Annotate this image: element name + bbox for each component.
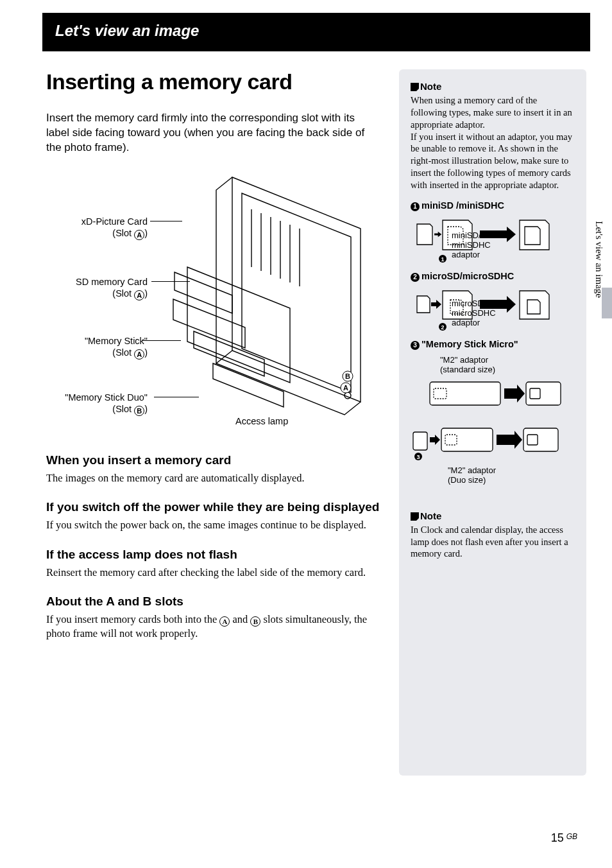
- note-label: Note: [420, 81, 441, 92]
- text-fragment: and: [230, 613, 250, 625]
- page-number-value: 15: [551, 831, 564, 844]
- adaptor-m2-standard-illustration: [411, 377, 565, 412]
- adaptor-title: miniSD /miniSDHC: [421, 200, 504, 211]
- label-text: "Memory Stick": [85, 336, 148, 346]
- slot-letter-a-icon: A: [219, 616, 230, 627]
- label-sd-memory-card: SD memory Card (Slot A): [76, 276, 148, 300]
- adaptor-heading-microsd: 2microSD/microSDHC: [411, 271, 575, 282]
- slot-letter-a-icon: A: [134, 290, 144, 300]
- note-icon: [411, 512, 419, 521]
- adaptor-m2-standard-caption: "M2" adaptor (standard size): [440, 355, 575, 374]
- label-text: ): [144, 404, 148, 414]
- subheading-switch-off: If you switch off the power while they a…: [46, 500, 380, 514]
- label-text: xD-Picture Card: [81, 216, 148, 227]
- subheading-when-insert: When you insert a memory card: [46, 453, 380, 467]
- adaptor-heading-ms-micro: 3"Memory Stick Micro": [411, 339, 575, 350]
- photo-frame-illustration: B A: [155, 171, 370, 428]
- subheading-access-lamp-no-flash: If the access lamp does not flash: [46, 548, 380, 562]
- adaptor-m2-duo-illustration: 3: [411, 422, 565, 460]
- adaptor-heading-minisd: 1miniSD /miniSDHC: [411, 200, 575, 211]
- slot-letter-a-icon: A: [134, 349, 144, 360]
- slot-letter-a-icon: A: [134, 230, 144, 240]
- adaptor-m2-duo-caption: "M2" adaptor (Duo size): [448, 465, 575, 485]
- slot-a-marker: A: [343, 384, 348, 392]
- note-heading-2: Note: [411, 510, 575, 521]
- page: Let's view an image Inserting a memory c…: [0, 0, 612, 868]
- adaptor-title: microSD/microSDHC: [421, 271, 514, 281]
- label-xd-picture-card: xD-Picture Card (Slot A): [81, 216, 148, 240]
- num-circle-icon: 2: [411, 273, 420, 282]
- svg-rect-17: [445, 435, 457, 445]
- label-text: "Memory Stick Duo": [65, 392, 148, 403]
- note-label: Note: [420, 510, 441, 521]
- chapter-title-bar: Let's view an image: [42, 13, 590, 51]
- label-text: ): [144, 228, 148, 238]
- note-body-2: In Clock and calendar display, the acces…: [411, 524, 575, 560]
- caption-num-icon: 2: [441, 324, 444, 331]
- label-memory-stick: "Memory Stick" (Slot A): [85, 335, 148, 360]
- num-circle-icon: 1: [411, 202, 420, 211]
- subheading-a-b-slots: About the A and B slots: [46, 595, 380, 609]
- intro-paragraph: Insert the memory card firmly into the c…: [46, 111, 380, 155]
- page-title: Inserting a memory card: [46, 69, 380, 94]
- sidebar-column: Let's view an image Note When using a me…: [399, 69, 586, 776]
- label-text: (Slot: [112, 228, 134, 238]
- label-memory-stick-duo: "Memory Stick Duo" (Slot B): [65, 392, 148, 416]
- svg-rect-14: [530, 388, 540, 399]
- label-text: (Slot: [112, 347, 134, 358]
- caption-num-icon: 1: [441, 256, 444, 263]
- label-access-lamp: Access lamp: [235, 416, 288, 426]
- text-fragment: If you insert memory cards both into the: [46, 613, 219, 625]
- page-number: 15GB: [551, 831, 577, 845]
- caption-num-icon: 3: [416, 454, 420, 460]
- thumb-tab-text: Let's view an image: [593, 221, 604, 298]
- slot-letter-b-icon: B: [250, 616, 260, 627]
- svg-rect-15: [413, 432, 427, 450]
- svg-rect-12: [434, 388, 446, 399]
- label-text: ): [144, 347, 148, 358]
- slot-b-marker: B: [345, 372, 350, 380]
- label-text: (Slot: [112, 404, 134, 414]
- content-columns: Inserting a memory card Insert the memor…: [46, 69, 586, 776]
- body-a-b-slots: If you insert memory cards both into the…: [46, 612, 380, 640]
- num-circle-icon: 3: [411, 341, 420, 350]
- label-text: ): [144, 288, 148, 299]
- svg-rect-19: [527, 435, 538, 445]
- body-access-lamp-no-flash: Reinsert the memory card after checking …: [46, 566, 380, 579]
- note-body: When using a memory card of the followin…: [411, 94, 575, 191]
- body-when-insert: The images on the memory card are automa…: [46, 471, 380, 485]
- label-text: (Slot: [112, 288, 134, 299]
- adaptor-title: "Memory Stick Micro": [421, 339, 518, 349]
- label-text: SD memory Card: [76, 277, 148, 287]
- main-column: Inserting a memory card Insert the memor…: [46, 69, 380, 776]
- note-heading: Note: [411, 81, 575, 92]
- diagram-area: B A xD-Picture Card (Slot A) SD memory C…: [46, 171, 380, 428]
- page-region: GB: [566, 832, 577, 841]
- slot-letter-b-icon: B: [134, 406, 144, 416]
- body-switch-off: If you switch the power back on, the sam…: [46, 518, 380, 532]
- note-icon: [411, 83, 419, 91]
